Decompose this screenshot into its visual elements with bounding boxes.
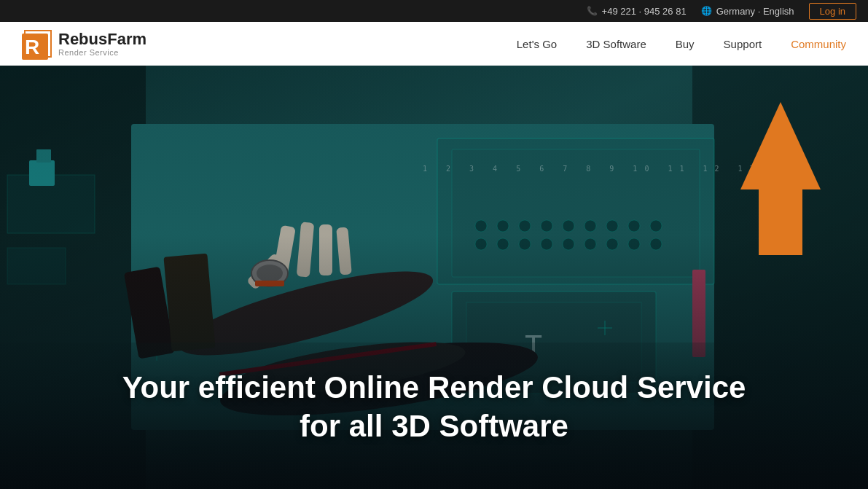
brand-subtitle: Render Service [58,48,146,57]
hero-heading-line2: for all 3D Software [300,409,568,443]
logo-link[interactable]: R RebusFarm Render Service [22,28,146,60]
language-selector[interactable]: 🌐 Germany · English [701,6,794,17]
arrow-shaft [759,189,802,255]
phone-item: 📞 +49 221 · 945 26 81 [587,6,687,17]
logo-icon: R [22,28,54,60]
main-nav: R RebusFarm Render Service Let's Go 3D S… [0,22,868,66]
hero-heading-line1: Your efficient Online Render Cloud Servi… [122,370,746,404]
utility-bar: 📞 +49 221 · 945 26 81 🌐 Germany · Englis… [0,0,868,22]
phone-icon: 📞 [587,6,598,16]
globe-icon: 🌐 [701,6,712,16]
logo-text: RebusFarm Render Service [58,31,146,57]
arrow-head [740,102,821,189]
nav-links: Let's Go 3D Software Buy Support Communi… [517,38,846,50]
region-label: Germany · English [716,6,794,17]
hero-heading: Your efficient Online Render Cloud Servi… [15,369,853,445]
nav-item-support[interactable]: Support [724,38,762,50]
login-button[interactable]: Log in [809,3,856,20]
brand-name: RebusFarm [58,31,146,48]
scroll-up-arrow[interactable] [737,102,824,248]
nav-item-buy[interactable]: Buy [676,38,695,50]
hero-section: 1 2 3 4 5 6 7 8 9 10 11 12 13 14 T [0,66,868,489]
svg-text:R: R [25,36,39,58]
brand-bold: Farm [107,30,146,48]
phone-number: +49 221 · 945 26 81 [602,6,687,17]
hero-text-block: Your efficient Online Render Cloud Servi… [0,369,868,445]
nav-item-3d-software[interactable]: 3D Software [586,38,646,50]
nav-item-lets-go[interactable]: Let's Go [517,38,557,50]
brand-light: Rebus [58,30,107,48]
nav-item-community[interactable]: Community [791,38,846,50]
